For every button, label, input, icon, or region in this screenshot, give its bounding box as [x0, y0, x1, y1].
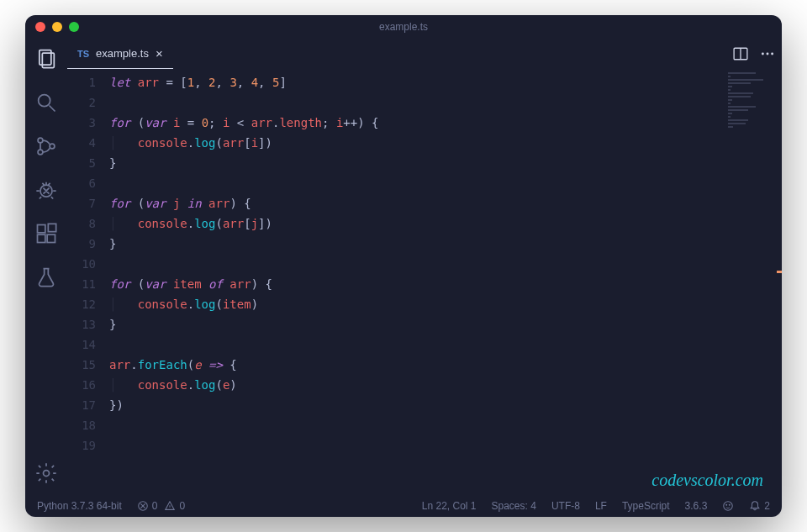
status-problems[interactable]: 0 0	[137, 500, 185, 512]
line-number: 18	[67, 415, 96, 435]
traffic-lights	[35, 22, 79, 32]
svg-point-5	[38, 150, 43, 155]
line-number-gutter: 12345678910111213141516171819	[67, 69, 109, 495]
editor-window: example.ts	[25, 15, 782, 517]
svg-rect-11	[48, 224, 55, 231]
tab-row: TS example.ts ×	[67, 39, 782, 69]
code-line: │ console.log(item)	[109, 294, 782, 314]
svg-line-3	[50, 106, 55, 112]
line-number: 7	[67, 193, 96, 213]
code-line: let arr = [1, 2, 3, 4, 5]	[109, 72, 782, 92]
status-spaces[interactable]: Spaces: 4	[492, 500, 536, 512]
code-line	[109, 254, 782, 274]
line-number: 6	[67, 173, 96, 193]
main-area: TS example.ts × 123456789101112131415161…	[25, 39, 782, 495]
line-number: 14	[67, 334, 96, 355]
line-number: 1	[67, 72, 96, 92]
explorer-icon[interactable]	[34, 47, 58, 71]
svg-point-16	[767, 53, 769, 55]
line-number: 16	[67, 375, 96, 395]
svg-point-6	[50, 144, 55, 149]
typescript-file-icon: TS	[77, 49, 89, 59]
split-editor-icon[interactable]	[733, 46, 748, 61]
status-eol[interactable]: LF	[595, 500, 607, 512]
svg-point-17	[771, 53, 773, 55]
line-number: 12	[67, 294, 96, 314]
line-number: 10	[67, 254, 96, 274]
error-count: 0	[152, 500, 158, 512]
tab-label: example.ts	[96, 47, 149, 60]
warning-count: 0	[179, 500, 185, 512]
line-number: 11	[67, 274, 96, 294]
overview-ruler-marker	[777, 271, 782, 273]
status-encoding[interactable]: UTF-8	[551, 500, 580, 512]
notification-count: 2	[764, 500, 770, 512]
line-number: 15	[67, 355, 96, 375]
code-line: }	[109, 234, 782, 254]
tab-example-ts[interactable]: TS example.ts ×	[67, 39, 173, 69]
maximize-window-button[interactable]	[69, 22, 79, 32]
line-number: 2	[67, 92, 96, 113]
debug-icon[interactable]	[34, 178, 58, 202]
code-line: arr.forEach(e => {	[109, 355, 782, 375]
code-line: }	[109, 153, 782, 173]
line-number: 5	[67, 153, 96, 173]
minimize-window-button[interactable]	[52, 22, 62, 32]
statusbar: Python 3.7.3 64-bit 0 0 Ln 22, Col 1 Spa…	[25, 495, 782, 517]
line-number: 17	[67, 395, 96, 415]
minimap[interactable]	[728, 72, 778, 140]
titlebar: example.ts	[25, 15, 782, 39]
code-line: │ console.log(e)	[109, 375, 782, 395]
code-line	[109, 415, 782, 435]
code-line: │ console.log(arr[j])	[109, 213, 782, 234]
test-icon[interactable]	[34, 266, 58, 289]
line-number: 4	[67, 133, 96, 153]
svg-point-23	[726, 504, 727, 505]
svg-point-12	[44, 471, 50, 477]
code-line	[109, 173, 782, 193]
settings-gear-icon[interactable]	[34, 461, 58, 485]
tab-close-icon[interactable]: ×	[156, 46, 163, 61]
status-version[interactable]: 3.6.3	[685, 500, 708, 512]
window-title: example.ts	[379, 21, 428, 33]
more-actions-icon[interactable]	[760, 46, 775, 61]
close-window-button[interactable]	[35, 22, 45, 32]
line-number: 19	[67, 435, 96, 456]
code-line: for (var item of arr) {	[109, 274, 782, 294]
watermark: codevscolor.com	[651, 471, 763, 490]
status-notifications[interactable]: 2	[749, 500, 770, 512]
line-number: 9	[67, 234, 96, 254]
code-line: │ console.log(arr[i])	[109, 133, 782, 153]
status-feedback-icon[interactable]	[722, 500, 734, 512]
svg-point-4	[38, 138, 43, 143]
editor-group: TS example.ts × 123456789101112131415161…	[67, 39, 782, 495]
svg-point-2	[39, 95, 50, 107]
status-python[interactable]: Python 3.7.3 64-bit	[37, 500, 122, 512]
svg-point-15	[762, 53, 764, 55]
code-area[interactable]: let arr = [1, 2, 3, 4, 5] for (var i = 0…	[109, 69, 782, 495]
code-line	[109, 334, 782, 355]
activity-bar	[25, 39, 67, 495]
extensions-icon[interactable]	[34, 222, 58, 245]
line-number: 3	[67, 113, 96, 133]
search-icon[interactable]	[34, 91, 58, 114]
code-line: }	[109, 314, 782, 334]
svg-point-22	[724, 502, 733, 511]
svg-rect-9	[38, 234, 45, 242]
line-number: 13	[67, 314, 96, 334]
source-control-icon[interactable]	[34, 134, 58, 158]
svg-rect-10	[47, 234, 55, 242]
code-line: for (var j in arr) {	[109, 193, 782, 213]
code-line: for (var i = 0; i < arr.length; i++) {	[109, 113, 782, 133]
svg-point-24	[730, 504, 731, 505]
status-cursor[interactable]: Ln 22, Col 1	[422, 500, 477, 512]
svg-rect-8	[38, 225, 45, 233]
line-number: 8	[67, 213, 96, 234]
code-line: })	[109, 395, 782, 415]
code-line	[109, 92, 782, 113]
code-line	[109, 435, 782, 456]
editor-body[interactable]: 12345678910111213141516171819 let arr = …	[67, 69, 782, 495]
status-language[interactable]: TypeScript	[622, 500, 670, 512]
